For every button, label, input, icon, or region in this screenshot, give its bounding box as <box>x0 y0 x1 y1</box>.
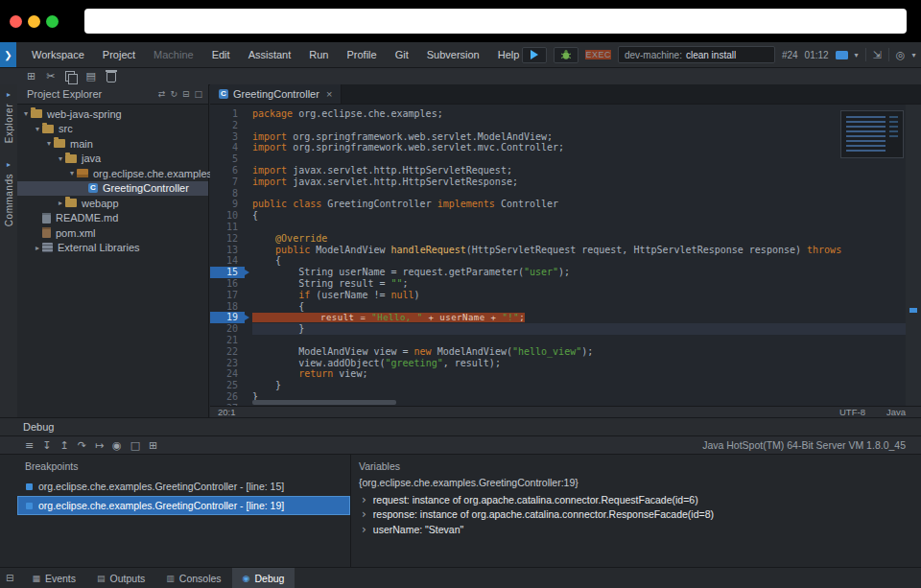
tree-item-org-eclipse-che-examples[interactable]: ▾org.eclipse.che.examples <box>17 166 208 181</box>
menu-profile[interactable]: Profile <box>343 47 379 62</box>
expander-icon[interactable]: › <box>362 524 366 535</box>
code-line[interactable] <box>252 120 906 131</box>
line-number[interactable]: 24 <box>210 368 245 380</box>
line-number[interactable]: 16 <box>210 278 245 290</box>
line-number-breakpoint[interactable]: 15 <box>210 267 245 278</box>
menu-help[interactable]: Help <box>495 47 523 62</box>
command-selector[interactable]: dev-machine: clean install <box>618 46 775 63</box>
code-line[interactable]: ModelAndView view = new ModelAndView("he… <box>252 346 906 358</box>
tree-item-pom-xml[interactable]: pom.xml <box>17 225 208 241</box>
horizontal-scrollbar[interactable] <box>252 400 396 405</box>
code-line[interactable]: import javax.servlet.http.HttpServletRes… <box>252 176 906 188</box>
bottom-tab-events[interactable]: ▦Events <box>21 568 86 588</box>
maximize-icon[interactable]: □ <box>194 89 202 99</box>
code-line[interactable]: if (userName != null) <box>252 290 906 301</box>
breakpoint-item[interactable]: org.eclipse.che.examples.GreetingControl… <box>17 477 350 496</box>
line-number[interactable]: 10 <box>210 210 245 222</box>
menu-run[interactable]: Run <box>306 47 331 62</box>
close-window-button[interactable] <box>10 15 22 28</box>
strip-tab-explorer[interactable]: ▸Explorer <box>4 90 14 143</box>
breakpoints-view-icon[interactable]: ⊞ <box>149 440 157 451</box>
code-line[interactable]: import javax.servlet.http.HttpServletReq… <box>252 165 906 176</box>
close-tab-icon[interactable]: × <box>326 88 332 100</box>
line-number[interactable]: 20 <box>210 323 245 335</box>
paste-icon[interactable]: ▤ <box>85 71 95 82</box>
code-line[interactable] <box>252 188 906 200</box>
code-line[interactable]: import org.springframework.web.servlet.m… <box>252 142 906 153</box>
step-into-icon[interactable]: ↧ <box>42 440 51 451</box>
vertical-scrollbar[interactable] <box>906 105 921 406</box>
code-line[interactable]: import org.springframework.web.servlet.M… <box>252 131 906 143</box>
line-number[interactable]: 18 <box>210 301 245 313</box>
code-line[interactable]: } <box>252 380 906 391</box>
line-number[interactable]: 1 <box>210 108 245 120</box>
line-number[interactable]: 17 <box>210 290 245 301</box>
bottom-tab-debug[interactable]: ◉Debug <box>232 568 295 588</box>
thread-dump-icon[interactable]: ≡ <box>25 440 34 451</box>
panel-manager-icon[interactable]: ⊟ <box>6 573 13 583</box>
link-with-editor-icon[interactable]: ⇄ <box>158 89 166 99</box>
run-command-button[interactable] <box>522 47 547 63</box>
profile-menu-icon[interactable]: ◎ <box>896 49 906 61</box>
expander-icon[interactable]: ▸ <box>56 199 65 207</box>
bottom-tab-outputs[interactable]: ▤Outputs <box>86 568 155 588</box>
code-line[interactable]: { <box>252 255 906 267</box>
tree-item-java[interactable]: ▾java <box>17 152 208 167</box>
line-number[interactable]: 25 <box>210 380 245 391</box>
collapse-all-icon[interactable]: ⊟ <box>182 89 190 99</box>
code-line[interactable]: result = "Hello, " + userName + "!"; <box>252 312 906 323</box>
line-number[interactable]: 21 <box>210 335 245 346</box>
line-number[interactable]: 9 <box>210 199 245 210</box>
run-to-cursor-icon[interactable]: ↦ <box>95 440 104 451</box>
step-out-icon[interactable]: ↥ <box>59 440 68 451</box>
menu-assistant[interactable]: Assistant <box>246 47 295 62</box>
code-line[interactable]: } <box>252 323 906 335</box>
copy-icon[interactable] <box>65 71 75 82</box>
tree-item-web-java-spring[interactable]: ▾web-java-spring <box>17 106 208 122</box>
disconnect-icon[interactable]: □ <box>130 440 140 451</box>
line-number[interactable]: 14 <box>210 255 245 267</box>
menu-machine[interactable]: Machine <box>151 47 197 62</box>
code-line[interactable]: view.addObject("greeting", result); <box>252 358 906 369</box>
processes-icon[interactable]: ⇲ <box>873 49 882 61</box>
line-number[interactable]: 11 <box>210 222 245 233</box>
editor-tab-greetingcontroller[interactable]: C GreetingController × <box>210 84 342 104</box>
expander-icon[interactable]: ▾ <box>33 125 42 133</box>
line-number[interactable]: 26 <box>210 391 245 403</box>
tree-item-main[interactable]: ▾main <box>17 136 208 152</box>
machine-status-icon[interactable] <box>836 51 848 59</box>
expander-icon[interactable]: ▸ <box>33 244 42 252</box>
code-line[interactable] <box>252 153 906 165</box>
line-number[interactable]: 8 <box>210 188 245 200</box>
line-number[interactable]: 23 <box>210 358 245 369</box>
expander-icon[interactable]: › <box>362 508 366 520</box>
suspend-icon[interactable]: ◉ <box>112 440 122 451</box>
code-line[interactable]: return view; <box>252 368 906 380</box>
chevron-down-icon[interactable]: ▾ <box>911 51 915 59</box>
expander-icon[interactable]: ▾ <box>67 169 77 177</box>
code-line[interactable]: public ModelAndView handleRequest(HttpSe… <box>252 245 906 256</box>
code-line[interactable]: String userName = request.getParameter("… <box>252 267 906 278</box>
code-overview-minimap[interactable] <box>840 110 904 158</box>
menu-edit[interactable]: Edit <box>209 47 233 62</box>
code-line[interactable]: String result = ""; <box>252 278 906 290</box>
line-number[interactable]: 7 <box>210 176 245 188</box>
line-number[interactable]: 22 <box>210 346 245 358</box>
bottom-tab-consoles[interactable]: ▥Consoles <box>155 568 231 588</box>
menu-git[interactable]: Git <box>392 47 412 62</box>
code-line[interactable] <box>252 222 906 233</box>
breakpoint-item[interactable]: org.eclipse.che.examples.GreetingControl… <box>17 496 350 515</box>
expander-icon[interactable]: › <box>362 494 366 506</box>
step-over-icon[interactable]: ↷ <box>78 440 86 451</box>
line-number[interactable]: 4 <box>210 142 245 153</box>
code-line[interactable]: { <box>252 301 906 313</box>
code-line[interactable] <box>252 335 906 346</box>
new-project-icon[interactable]: ⊞ <box>27 71 35 82</box>
line-number[interactable]: 6 <box>210 165 245 176</box>
variable-item[interactable]: ›response: instance of org.apache.catali… <box>351 507 921 523</box>
expander-icon[interactable]: ▾ <box>21 109 31 118</box>
expander-icon[interactable]: ▾ <box>44 139 54 148</box>
code-editor[interactable]: 1234567891011121314151617181920212223242… <box>210 105 921 406</box>
line-number-breakpoint[interactable]: 19 <box>210 312 245 323</box>
tree-item-readme-md[interactable]: README.md <box>17 211 208 226</box>
